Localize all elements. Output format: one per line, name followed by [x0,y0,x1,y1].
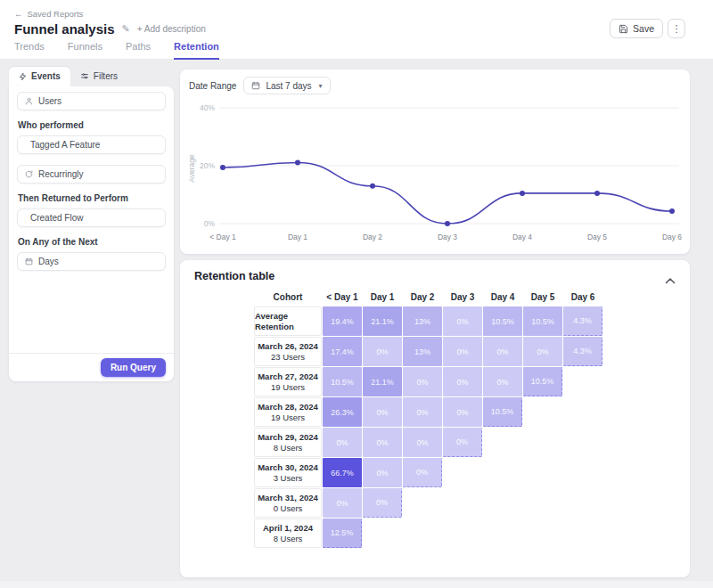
sidebar-tab-filters[interactable]: Filters [70,67,127,86]
retention-value-cell[interactable]: 4.3% [563,306,602,336]
then-returned-label: Then Returned to Perform [18,193,165,203]
y-axis-label: Average [187,154,196,183]
retention-table-header: Cohort< Day 1Day 1Day 2Day 3Day 4Day 5Da… [254,292,602,302]
cohort-date: March 29, 2024 [258,432,318,443]
retention-value-cell[interactable]: 0% [403,397,442,427]
users-field[interactable]: Users [17,92,166,110]
retention-value-cell[interactable]: 0% [443,306,482,336]
cohort-users: 19 Users [271,382,305,393]
retention-value-cell[interactable]: 21.1% [363,306,402,336]
kebab-icon: ⋮ [672,23,682,35]
retention-value-cell[interactable]: 10.5% [523,367,562,396]
chevron-down-icon: ▾ [319,82,323,90]
retention-value-cell[interactable]: 13% [403,306,442,336]
retention-value-cell[interactable]: 10.5% [483,306,522,336]
cohort-date: March 30, 2024 [258,462,318,473]
cohort-cell: March 28, 202419 Users [254,397,322,427]
sidebar-tab-label: Filters [94,71,118,81]
cohort-cell: March 30, 20243 Users [254,458,322,487]
cohort-users: 3 Users [274,473,303,484]
column-header: < Day 1 [323,292,362,302]
x-tick-label: Day 2 [363,233,382,241]
days-field[interactable]: Days [17,252,166,271]
who-performed-label: Who performed [18,120,165,130]
add-description-button[interactable]: + Add description [137,24,206,34]
retention-value-cell[interactable]: 10.5% [483,397,522,427]
who-performed-select[interactable]: Tagged A Feature [17,135,166,154]
y-tick-label: 40% [200,103,215,112]
x-tick-label: Day 4 [512,233,532,241]
query-builder-panel: Users Who performed Tagged A Feature Rec… [9,86,174,381]
tab-funnels[interactable]: Funnels [68,41,102,60]
retention-value-cell[interactable]: 0% [363,337,402,366]
users-field-value: Users [38,96,61,106]
tab-trends[interactable]: Trends [14,41,45,60]
recurringly-field[interactable]: Recurringly [17,165,166,184]
retention-value-cell[interactable]: 21.1% [363,367,402,396]
x-tick-label: Day 6 [662,233,682,241]
retention-value-cell[interactable]: 0% [443,397,482,427]
retention-value-cell[interactable]: 13% [403,337,442,366]
bottom-strip [0,581,713,588]
tab-paths[interactable]: Paths [126,41,151,60]
retention-value-cell[interactable]: 66.7% [323,458,362,487]
edit-title-icon[interactable]: ✎ [122,23,130,35]
retention-value-cell[interactable]: 0% [483,337,522,366]
retention-value-cell[interactable]: 0% [323,488,362,518]
column-header: Day 6 [563,292,602,302]
table-row: March 31, 20240 Users0%0% [254,488,602,518]
days-field-value: Days [38,257,59,266]
retention-value-cell[interactable]: 4.3% [563,337,602,366]
retention-value-cell[interactable]: 17.4% [323,337,362,366]
retention-value-cell[interactable]: 0% [323,428,362,457]
cohort-date: Average Retention [255,311,321,332]
cohort-users: 8 Users [274,443,303,453]
table-row: March 28, 202419 Users26.3%0%0%0%10.5% [254,397,602,427]
cohort-date: March 26, 2024 [258,341,318,352]
retention-value-cell[interactable]: 0% [443,428,482,457]
cohort-date: April 1, 2024 [263,523,313,534]
retention-value-cell[interactable]: 0% [363,458,402,487]
table-row: March 29, 20248 Users0%0%0%0% [254,428,602,457]
retention-value-cell[interactable]: 10.5% [523,306,562,336]
collapse-chevron-icon[interactable] [665,272,676,288]
retention-value-cell[interactable]: 10.5% [323,367,362,396]
cohort-cell: March 26, 202423 Users [254,337,322,366]
calendar-icon [25,257,33,265]
refresh-icon [25,170,33,178]
workspace: EventsFilters Users Who performed Tagged… [0,60,713,588]
tab-retention[interactable]: Retention [174,41,219,60]
sliders-icon [80,72,89,80]
retention-value-cell[interactable]: 0% [363,488,402,518]
retention-value-cell[interactable]: 0% [403,367,442,396]
header-actions: Save ⋮ [610,19,685,38]
app-header: ← Saved Reports Funnel analysis ✎ + Add … [0,0,713,60]
column-header: Day 5 [523,292,562,302]
column-header: Day 2 [403,292,442,302]
retention-value-cell[interactable]: 0% [443,367,482,396]
retention-value-cell[interactable]: 19.4% [323,306,362,336]
retention-value-cell[interactable]: 0% [403,458,442,487]
retention-value-cell[interactable]: 0% [523,337,562,366]
run-query-button[interactable]: Run Query [101,358,166,377]
column-header: Day 4 [483,292,522,302]
sidebar-tabs: EventsFilters [9,67,127,86]
save-label: Save [633,23,654,34]
save-button[interactable]: Save [610,19,663,38]
retention-value-cell[interactable]: 0% [363,428,402,457]
retention-value-cell[interactable]: 26.3% [323,397,362,427]
page-title: Funnel analysis [14,21,115,37]
retention-value-cell[interactable]: 0% [363,397,402,427]
column-header: Cohort [254,292,322,302]
retention-value-cell[interactable]: 0% [403,428,442,457]
more-options-button[interactable]: ⋮ [668,19,685,38]
sidebar-tab-events[interactable]: Events [9,67,70,86]
retention-value-cell[interactable]: 0% [443,337,482,366]
date-range-select[interactable]: Last 7 days ▾ [243,77,330,94]
retention-value-cell[interactable]: 12.5% [323,519,362,548]
back-link[interactable]: ← Saved Reports [14,9,83,19]
sidebar-tab-label: Events [31,71,61,81]
retention-value-cell[interactable]: 0% [483,367,522,396]
data-point [295,159,300,165]
then-returned-select[interactable]: Created Flow [17,208,166,227]
